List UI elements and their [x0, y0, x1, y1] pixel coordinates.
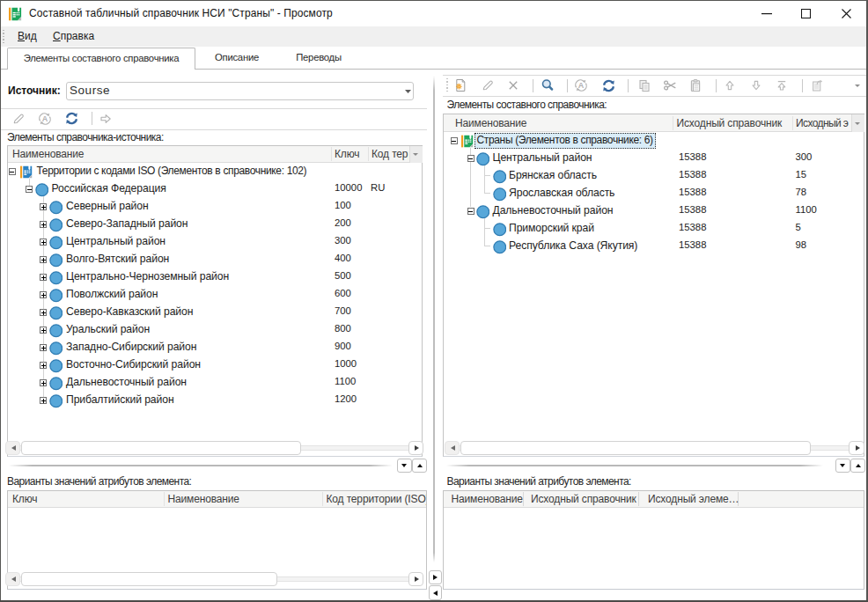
- svg-text:A: A: [42, 114, 48, 123]
- svg-text:A: A: [578, 81, 585, 90]
